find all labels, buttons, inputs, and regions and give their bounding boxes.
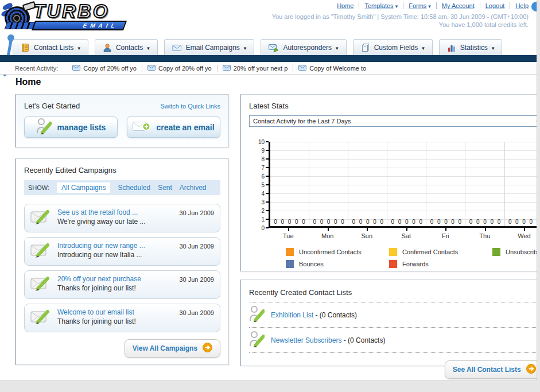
data-point-label: 0 bbox=[483, 219, 487, 225]
recent-activity-item[interactable]: 20% off your next p bbox=[217, 65, 293, 72]
top-nav-link[interactable]: Logout bbox=[480, 2, 505, 9]
legend-label: Bounces bbox=[299, 261, 324, 267]
envelope-icon bbox=[147, 65, 156, 72]
data-point-label: 0 bbox=[412, 219, 415, 225]
top-nav-link-label[interactable]: My Account bbox=[442, 2, 475, 9]
top-nav-link[interactable]: My Account bbox=[436, 2, 475, 9]
campaign-list: See us at the retail food ... We're givi… bbox=[24, 204, 220, 332]
campaign-edit-icon bbox=[30, 242, 51, 261]
nav-tab[interactable]: Autoresponders bbox=[261, 39, 346, 56]
chart-day-group: 00000 bbox=[465, 142, 504, 226]
data-point-label: 0 bbox=[508, 219, 512, 225]
top-nav-link[interactable]: Forms bbox=[403, 2, 431, 9]
recent-activity-bar: Recent Activity: Copy of 20% off yo Copy… bbox=[0, 62, 537, 75]
campaign-filter-tab[interactable]: All Campaigns bbox=[57, 183, 110, 193]
stats-period-select[interactable]: Contact Activity for the Last 7 Days bbox=[249, 115, 537, 127]
contact-list-item[interactable]: Newsletter Subscribers - (0 Contacts) bbox=[249, 328, 537, 353]
contact-list-item[interactable]: Exhibition List - (0 Contacts) bbox=[249, 302, 537, 328]
top-nav-link-label[interactable]: Logout bbox=[485, 2, 505, 9]
latest-stats-title: Latest Stats bbox=[249, 102, 537, 110]
autoresponders-icon bbox=[269, 44, 279, 52]
campaign-subtitle: Introducing our new Italia ... bbox=[57, 251, 179, 259]
login-status: You are logged in as "Timothy Smith" | S… bbox=[272, 13, 529, 20]
data-point-label: 0 bbox=[537, 219, 537, 225]
top-nav-link[interactable]: Home bbox=[337, 2, 353, 9]
nav-tab[interactable]: Custom Fields bbox=[353, 39, 433, 56]
y-tick-label: 2 bbox=[261, 208, 265, 214]
recent-contact-lists-title: Recently Created Contact Lists bbox=[249, 288, 352, 297]
custom-fields-icon bbox=[361, 43, 370, 52]
chart-y-axis: 012345678910 bbox=[254, 142, 269, 230]
help-bubble-icon[interactable] bbox=[531, 2, 537, 11]
y-tick-label: 1 bbox=[261, 216, 265, 223]
campaign-filter-tab[interactable]: Scheduled bbox=[118, 184, 150, 192]
nav-tab[interactable]: Email Campaigns bbox=[164, 39, 255, 56]
campaign-list-item[interactable]: 20% off your next purchase Thanks for jo… bbox=[24, 270, 220, 299]
legend-label: Unsubscribes bbox=[506, 249, 537, 255]
chevron-down-icon bbox=[394, 2, 398, 9]
top-nav-link-label[interactable]: Help bbox=[515, 2, 529, 9]
legend-swatch bbox=[286, 260, 294, 268]
top-nav-link-label[interactable]: Forms bbox=[409, 2, 426, 9]
top-nav-link-label[interactable]: Home bbox=[337, 2, 353, 9]
legend-swatch bbox=[389, 248, 397, 256]
top-nav-link-label[interactable]: Templates bbox=[364, 2, 393, 9]
campaign-subtitle: We're giving away our late ... bbox=[57, 218, 179, 226]
logo-subtitle: EMAIL bbox=[32, 21, 127, 30]
campaign-date: 30 Jun 2009 bbox=[179, 209, 214, 216]
recent-campaigns-panel: Recently Edited Campaigns SHOW: All Camp… bbox=[15, 158, 229, 365]
show-label: SHOW: bbox=[28, 184, 49, 191]
data-point-label: 0 bbox=[444, 219, 448, 225]
campaign-list-item[interactable]: Welcome to our email list Thanks for joi… bbox=[24, 304, 220, 332]
legend-swatch bbox=[492, 248, 500, 256]
nav-tab[interactable]: Contacts bbox=[95, 39, 158, 56]
data-point-label: 0 bbox=[366, 219, 370, 225]
campaign-title-link[interactable]: Introducing our new range ... bbox=[57, 242, 179, 250]
campaign-list-item[interactable]: See us at the retail food ... We're givi… bbox=[24, 204, 220, 232]
contact-list-detail: - (0 Contacts) bbox=[344, 336, 386, 344]
contact-list-name-link[interactable]: Exhibition List bbox=[271, 311, 313, 319]
chevron-down-icon bbox=[492, 44, 495, 52]
contact-list-name-link[interactable]: Newsletter Subscribers bbox=[271, 336, 341, 344]
campaign-filter-tab[interactable]: Archived bbox=[180, 184, 207, 192]
campaign-title-link[interactable]: 20% off your next purchase bbox=[57, 275, 179, 283]
nav-tab-label: Contacts bbox=[116, 44, 143, 52]
switch-quick-links-link[interactable]: Switch to Quick Links bbox=[160, 103, 220, 110]
get-started-panel: Let's Get Started Switch to Quick Links … bbox=[15, 94, 229, 148]
nav-tab[interactable]: Statistics bbox=[439, 39, 503, 56]
nav-tab[interactable]: Contact Lists bbox=[13, 39, 88, 56]
see-all-contact-lists-button[interactable]: See All Contact Lists bbox=[445, 360, 537, 379]
legend-item: Confirmed Contacts bbox=[389, 248, 492, 256]
campaign-subtitle: Thanks for joining our list! bbox=[57, 284, 179, 292]
data-point-label: 0 bbox=[327, 219, 331, 225]
campaign-title-link[interactable]: See us at the retail food ... bbox=[57, 208, 179, 216]
recent-activity-item[interactable]: Copy of 20% off yo bbox=[67, 65, 142, 72]
statistics-icon bbox=[447, 44, 456, 52]
campaign-filter-tab[interactable]: Sent bbox=[158, 184, 172, 192]
campaign-title-link[interactable]: Welcome to our email list bbox=[57, 308, 179, 316]
app-page: TURBO EMAIL Home Templates bbox=[0, 0, 540, 392]
data-point-label: 0 bbox=[498, 219, 501, 225]
stats-period-value: Contact Activity for the Last 7 Days bbox=[253, 118, 351, 125]
y-tick-label: 0 bbox=[261, 225, 265, 231]
recent-activity-item[interactable]: Copy of Welcome to bbox=[293, 65, 371, 72]
get-started-button[interactable]: create an email bbox=[127, 117, 220, 138]
email-campaigns-icon bbox=[172, 44, 182, 52]
legend-label: Confirmed Contacts bbox=[402, 249, 458, 255]
campaign-list-item[interactable]: Introducing our new range ... Introducin… bbox=[24, 237, 220, 266]
legend-item: Bounces bbox=[286, 260, 389, 268]
top-nav-link[interactable]: Templates bbox=[359, 2, 398, 9]
data-point-label: 0 bbox=[398, 219, 402, 225]
x-tick-label: Sun bbox=[347, 228, 387, 239]
recent-activity-item[interactable]: Copy of 20% off yo bbox=[142, 65, 217, 72]
get-started-button[interactable]: manage lists bbox=[24, 117, 118, 138]
chevron-down-icon bbox=[147, 44, 150, 52]
contacts-icon bbox=[103, 43, 112, 52]
contact-activity-chart: 012345678910 000000000000000000000000000… bbox=[254, 142, 537, 268]
recent-contact-lists-panel: Recently Created Contact Lists Exhibitio… bbox=[240, 280, 537, 366]
data-point-label: 0 bbox=[476, 219, 480, 225]
view-all-campaigns-button[interactable]: View All Campaigns bbox=[125, 339, 220, 358]
top-nav-link[interactable]: Help bbox=[510, 2, 529, 9]
turbo-email-logo: TURBO EMAIL bbox=[3, 2, 135, 34]
campaign-date: 30 Jun 2009 bbox=[179, 276, 214, 283]
